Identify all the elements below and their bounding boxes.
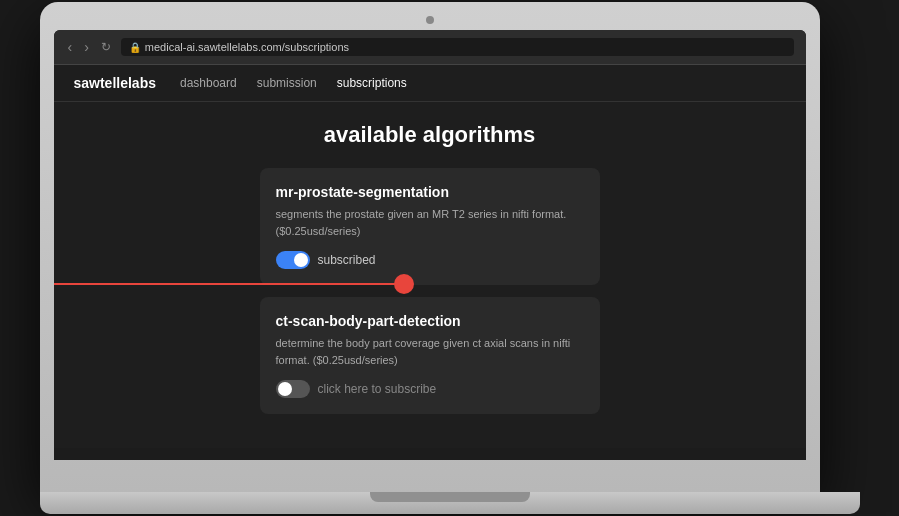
nav-bar: sawtellelabs dashboard submission subscr… [54,65,806,102]
back-button[interactable]: ‹ [66,39,75,55]
toggle-row-1: subscribed [276,251,584,269]
address-bar[interactable]: 🔒 medical-ai.sawtellelabs.com/subscripti… [121,38,794,56]
lock-icon: 🔒 [129,42,141,53]
toggle-switch-2[interactable] [276,380,310,398]
toggle-slider-2 [276,380,310,398]
toggle-slider-1 [276,251,310,269]
page-title: available algorithms [74,122,786,148]
toggle-knob-2 [278,382,292,396]
nav-link-subscriptions[interactable]: subscriptions [337,76,407,90]
algorithm-card-mr-prostate: mr-prostate-segmentation segments the pr… [260,168,600,285]
toggle-row-2: click here to subscribe [276,380,584,398]
toggle-label-subscribe[interactable]: click here to subscribe [318,382,437,396]
algorithm-card-ct-scan: ct-scan-body-part-detection determine th… [260,297,600,414]
algo-name-2: ct-scan-body-part-detection [276,313,584,329]
laptop-screen: ‹ › ↻ 🔒 medical-ai.sawtellelabs.com/subs… [54,30,806,460]
laptop-base [40,492,860,514]
main-content: available algorithms mr-prostate-segment… [54,102,806,448]
address-bar-url: medical-ai.sawtellelabs.com/subscription… [145,41,349,53]
laptop-camera [426,16,434,24]
algo-desc-1: segments the prostate given an MR T2 ser… [276,206,584,239]
forward-button[interactable]: › [82,39,91,55]
toggle-label-subscribed: subscribed [318,253,376,267]
browser-chrome: ‹ › ↻ 🔒 medical-ai.sawtellelabs.com/subs… [54,30,806,65]
algo-name-1: mr-prostate-segmentation [276,184,584,200]
nav-link-submission[interactable]: submission [257,76,317,90]
nav-links: dashboard submission subscriptions [180,76,407,90]
toggle-knob-1 [294,253,308,267]
laptop-outer: ‹ › ↻ 🔒 medical-ai.sawtellelabs.com/subs… [40,2,820,492]
laptop-wrapper: ‹ › ↻ 🔒 medical-ai.sawtellelabs.com/subs… [40,2,860,514]
laptop-notch [370,492,530,502]
algo-desc-2: determine the body part coverage given c… [276,335,584,368]
nav-brand: sawtellelabs [74,75,157,91]
toggle-switch-1[interactable] [276,251,310,269]
nav-link-dashboard[interactable]: dashboard [180,76,237,90]
reload-button[interactable]: ↻ [99,40,113,54]
